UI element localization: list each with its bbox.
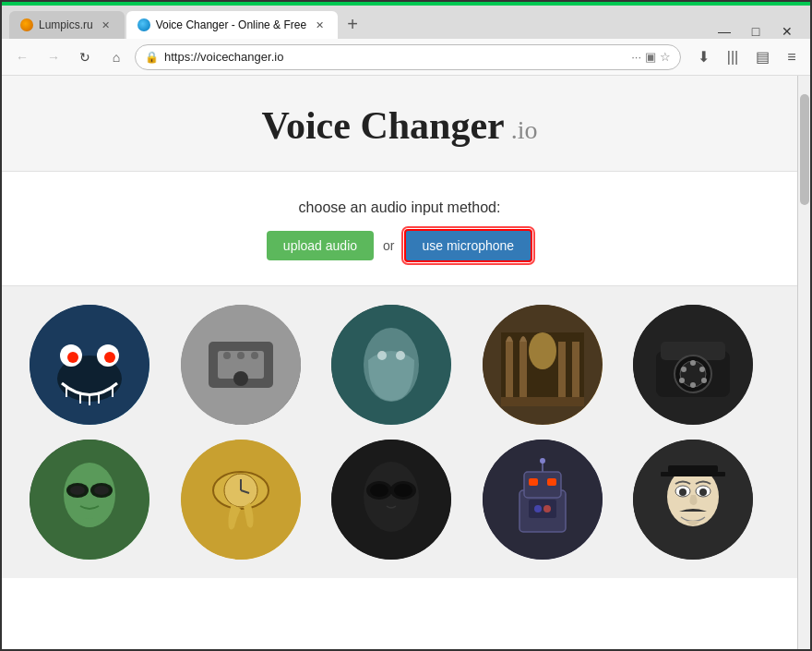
input-section: choose an audio input method: upload aud… (2, 172, 797, 286)
svg-point-67 (534, 505, 542, 512)
site-header: Voice Changer .io (2, 76, 797, 172)
favicon-vc-icon (137, 18, 150, 31)
svg-point-40 (681, 367, 687, 372)
svg-point-15 (223, 352, 231, 359)
sidebar-icon[interactable]: ▤ (751, 48, 773, 66)
effect-ghost[interactable] (331, 305, 451, 425)
favicon-lumpics-icon (20, 18, 33, 31)
site-title-suffix: .io (505, 115, 538, 144)
or-text: or (383, 238, 394, 253)
svg-point-37 (701, 378, 707, 383)
use-microphone-button[interactable]: use microphone (404, 229, 533, 262)
refresh-button[interactable]: ↻ (72, 44, 98, 70)
address-icons: ··· ▣ ☆ (631, 50, 671, 64)
tab-lumpics-close[interactable]: ✕ (99, 18, 113, 32)
scrollbar-thumb[interactable] (800, 94, 809, 205)
svg-point-17 (251, 352, 258, 359)
svg-rect-24 (506, 342, 513, 397)
svg-point-36 (699, 367, 705, 372)
svg-rect-63 (547, 478, 556, 486)
effect-dark-alien[interactable] (331, 440, 451, 560)
ghost-image (331, 305, 451, 425)
cathedral-image (483, 305, 603, 425)
tab-lumpics[interactable]: Lumpics.ru ✕ (9, 11, 125, 39)
toolbar-right: ⬇ ||| ▤ ≡ (692, 48, 803, 66)
address-text: https://voicechanger.io (164, 50, 283, 64)
svg-rect-27 (572, 342, 579, 397)
minimize-button[interactable]: — (716, 24, 733, 39)
svg-point-65 (540, 458, 545, 464)
anonymous-image (633, 440, 753, 560)
svg-point-28 (529, 332, 556, 369)
effect-anonymous[interactable] (633, 440, 753, 560)
dark-alien-image (331, 440, 451, 560)
svg-point-46 (94, 486, 109, 495)
svg-point-68 (543, 505, 551, 512)
address-bar-row: ← → ↻ ⌂ 🔒 https://voicechanger.io ··· ▣ … (2, 39, 810, 76)
speakerphone-image (181, 305, 301, 425)
svg-point-16 (237, 352, 245, 359)
effect-monster[interactable] (30, 305, 149, 425)
content-area: Voice Changer .io choose an audio input … (2, 76, 810, 649)
svg-point-57 (370, 484, 388, 497)
svg-rect-66 (529, 500, 556, 518)
reader-icon[interactable]: ||| (722, 49, 744, 66)
alien-image (30, 440, 149, 560)
new-tab-button[interactable]: + (340, 11, 365, 37)
svg-point-45 (70, 486, 85, 495)
svg-rect-76 (661, 472, 725, 476)
svg-point-5 (104, 352, 115, 363)
svg-point-58 (394, 484, 412, 497)
more-addr-icon[interactable]: ··· (631, 50, 641, 64)
back-button[interactable]: ← (9, 44, 35, 70)
pocket-icon[interactable]: ▣ (645, 50, 656, 64)
effect-cathedral[interactable] (483, 305, 603, 425)
choose-label: choose an audio input method: (20, 199, 779, 216)
svg-point-73 (679, 488, 687, 496)
browser-frame: Lumpics.ru ✕ Voice Changer - Online & Fr… (0, 0, 812, 651)
svg-point-4 (67, 352, 78, 363)
scrollbar-track[interactable] (797, 76, 810, 649)
star-icon[interactable]: ☆ (660, 50, 671, 64)
effect-alien[interactable] (30, 440, 149, 560)
svg-rect-75 (668, 465, 718, 473)
menu-icon[interactable]: ≡ (781, 49, 803, 66)
svg-point-74 (699, 488, 707, 496)
tab-lumpics-label: Lumpics.ru (39, 18, 93, 31)
effect-telephone[interactable] (633, 305, 753, 425)
svg-point-47 (80, 518, 99, 527)
surrealism-image (181, 440, 301, 560)
svg-point-14 (233, 371, 248, 386)
window-controls: — □ ✕ (716, 24, 803, 39)
effect-surrealism[interactable] (181, 440, 301, 560)
effect-speakerphone[interactable] (181, 305, 301, 425)
upload-audio-button[interactable]: upload audio (267, 231, 374, 260)
svg-point-35 (690, 360, 696, 366)
svg-rect-62 (529, 478, 538, 486)
home-button[interactable]: ⌂ (103, 44, 129, 70)
tab-bar: Lumpics.ru ✕ Voice Changer - Online & Fr… (2, 6, 810, 39)
tab-vc-close[interactable]: ✕ (312, 18, 327, 32)
btn-row: upload audio or use microphone (20, 229, 779, 262)
svg-rect-25 (519, 342, 527, 397)
address-bar[interactable]: 🔒 https://voicechanger.io ··· ▣ ☆ (135, 44, 681, 70)
svg-rect-26 (558, 342, 566, 397)
download-icon[interactable]: ⬇ (692, 48, 714, 66)
page-content: Voice Changer .io choose an audio input … (2, 76, 797, 649)
site-title: Voice Changer (261, 104, 504, 147)
telephone-image (633, 305, 753, 425)
svg-point-38 (690, 382, 696, 388)
forward-button[interactable]: → (41, 44, 66, 70)
effects-grid (2, 286, 797, 578)
robot-image (483, 440, 603, 560)
close-button[interactable]: ✕ (779, 24, 795, 39)
monster-image (30, 305, 149, 425)
svg-rect-29 (501, 397, 584, 406)
tab-vc[interactable]: Voice Changer - Online & Free ✕ (126, 11, 338, 39)
maximize-button[interactable]: □ (747, 24, 764, 39)
effect-robot[interactable] (483, 440, 603, 560)
svg-point-39 (679, 378, 685, 383)
tab-vc-label: Voice Changer - Online & Free (156, 18, 306, 31)
lock-icon: 🔒 (145, 51, 159, 64)
